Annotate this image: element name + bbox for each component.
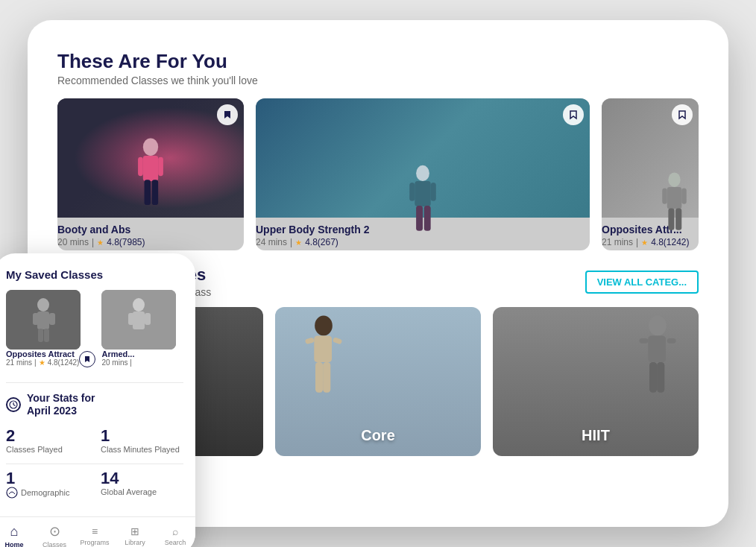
saved-bookmark-0[interactable] — [79, 351, 95, 367]
saved-class-thumb-1[interactable] — [101, 290, 176, 350]
stats-title: Your Stats for April 2023 — [27, 392, 95, 417]
phone-content: My Saved Classes — [0, 253, 195, 508]
class-card-0[interactable]: Booty and Abs 20 mins | ★ 4.8(7985) — [57, 98, 244, 250]
svg-point-39 — [37, 298, 49, 312]
stats-grid: 2 Classes Played 1 Class Minutes Played — [6, 428, 183, 455]
demographic-icon — [6, 487, 18, 499]
divider-1 — [6, 382, 183, 383]
svg-rect-10 — [416, 206, 423, 231]
classes-played-number: 2 — [6, 428, 89, 444]
svg-rect-1 — [143, 156, 158, 181]
saved-class-name-1: Armed... — [101, 350, 134, 358]
page-subtitle: Recommended Classes we think you'll love — [57, 75, 699, 86]
programs-icon: ≡ — [92, 525, 98, 537]
category-card-core[interactable]: Core — [275, 307, 481, 456]
global-avg-label: Global Average — [101, 487, 183, 497]
saved-class-info-0: Opposites Attract 21 mins | ★ 4.8(1242) — [6, 350, 95, 367]
nav-item-home[interactable]: ⌂ Home — [0, 524, 34, 548]
class-card-1[interactable]: Upper Body Strength 2 24 mins | ★ 4.8(26… — [256, 98, 590, 250]
star-icon-1: ★ — [295, 238, 302, 247]
nav-label-library: Library — [125, 539, 145, 546]
svg-rect-4 — [145, 180, 151, 205]
nav-item-library[interactable]: ⊞ Library — [115, 525, 155, 546]
recommended-classes-row: Booty and Abs 20 mins | ★ 4.8(7985) — [57, 98, 699, 250]
star-icon-0: ★ — [97, 238, 104, 247]
view-all-categories-button[interactable]: VIEW ALL CATEG... — [585, 271, 699, 294]
category-label-core: Core — [361, 427, 395, 444]
rating-0: 4.8(7985) — [107, 237, 145, 247]
svg-rect-14 — [681, 189, 687, 204]
bottom-nav: ⌂ Home ⊙ Classes ≡ Programs ⊞ Library ⌕ … — [0, 516, 195, 547]
saved-class-info-1: Armed... 20 mins | — [101, 350, 183, 367]
demographic-number: 1 — [6, 470, 89, 487]
global-avg-number: 14 — [101, 470, 183, 487]
library-icon: ⊞ — [130, 525, 139, 537]
device-wrapper: These Are For You Recommended Classes we… — [0, 0, 756, 547]
nav-item-classes[interactable]: ⊙ Classes — [34, 523, 75, 547]
class-card-2[interactable]: Opposites Attr... 21 mins | ★ 4.8(1242) — [602, 98, 699, 250]
category-label-hiit: HIIT — [582, 427, 610, 444]
svg-rect-27 — [314, 336, 332, 363]
svg-rect-15 — [662, 189, 667, 204]
saved-class-item-1: Armed... 20 mins | — [101, 290, 183, 370]
saved-classes-title: My Saved Classes — [6, 268, 183, 281]
card-meta-0: 20 mins | ★ 4.8(7985) — [57, 237, 241, 247]
bookmark-button-2[interactable] — [672, 104, 693, 125]
svg-rect-5 — [152, 180, 158, 205]
svg-rect-42 — [49, 313, 55, 325]
svg-rect-8 — [431, 183, 436, 201]
rating-1: 4.8(267) — [305, 237, 338, 247]
svg-rect-34 — [639, 338, 648, 344]
svg-rect-11 — [424, 206, 431, 231]
stats-header: Your Stats for April 2023 — [6, 392, 183, 417]
svg-rect-33 — [648, 336, 666, 363]
svg-rect-9 — [409, 183, 415, 201]
svg-rect-7 — [415, 181, 430, 206]
saved-class-thumb-0[interactable] — [6, 290, 81, 350]
nav-label-search: Search — [165, 539, 186, 546]
phone-overlay: My Saved Classes — [0, 253, 195, 547]
stat-global-avg: 14 Global Average — [101, 470, 183, 499]
nav-item-search[interactable]: ⌕ Search — [155, 525, 195, 546]
saved-class-name-0: Opposites Attract — [6, 350, 79, 358]
svg-rect-28 — [305, 337, 315, 344]
category-card-hiit[interactable]: HIIT — [493, 307, 699, 456]
stats-icon — [6, 397, 21, 412]
svg-rect-36 — [649, 362, 657, 393]
saved-class-item-0: Opposites Attract 21 mins | ★ 4.8(1242) — [6, 290, 95, 370]
stats-grid-2: 1 Demographic 14 Global Average — [6, 464, 183, 499]
svg-rect-40 — [37, 312, 49, 329]
nav-item-programs[interactable]: ≡ Programs — [75, 525, 115, 546]
duration-1: 24 mins — [256, 237, 287, 247]
search-icon: ⌕ — [172, 525, 178, 537]
classes-icon: ⊙ — [49, 523, 60, 540]
svg-rect-13 — [667, 187, 682, 209]
svg-point-6 — [416, 165, 429, 181]
nav-label-programs: Programs — [80, 539, 109, 546]
svg-point-46 — [133, 298, 145, 312]
bookmark-button-0[interactable] — [217, 104, 238, 125]
svg-rect-37 — [657, 362, 664, 393]
nav-label-classes: Classes — [42, 541, 66, 547]
saved-class-meta-1: 20 mins | — [101, 358, 134, 367]
page-title: These Are For You — [57, 50, 699, 73]
svg-rect-47 — [133, 312, 145, 329]
duration-2: 21 mins — [602, 237, 633, 247]
card-info-0: Booty and Abs 20 mins | ★ 4.8(7985) — [57, 218, 244, 250]
bookmark-button-1[interactable] — [563, 104, 584, 125]
home-icon: ⌂ — [10, 524, 19, 540]
stat-minutes-played: 1 Class Minutes Played — [101, 428, 183, 455]
stat-demographic: 1 Demographic — [6, 470, 89, 499]
svg-rect-3 — [138, 157, 143, 176]
duration-0: 20 mins — [57, 237, 89, 247]
classes-played-label: Classes Played — [6, 444, 89, 455]
svg-rect-49 — [145, 313, 151, 325]
svg-rect-48 — [128, 313, 134, 325]
saved-class-meta-0: 21 mins | ★ 4.8(1242) — [6, 358, 79, 367]
saved-classes-section: My Saved Classes — [6, 268, 183, 370]
svg-rect-44 — [44, 329, 49, 342]
section-header: These Are For You Recommended Classes we… — [57, 50, 699, 86]
svg-rect-31 — [323, 362, 330, 393]
demographic-label: Demographic — [21, 487, 69, 498]
svg-point-26 — [315, 315, 333, 335]
